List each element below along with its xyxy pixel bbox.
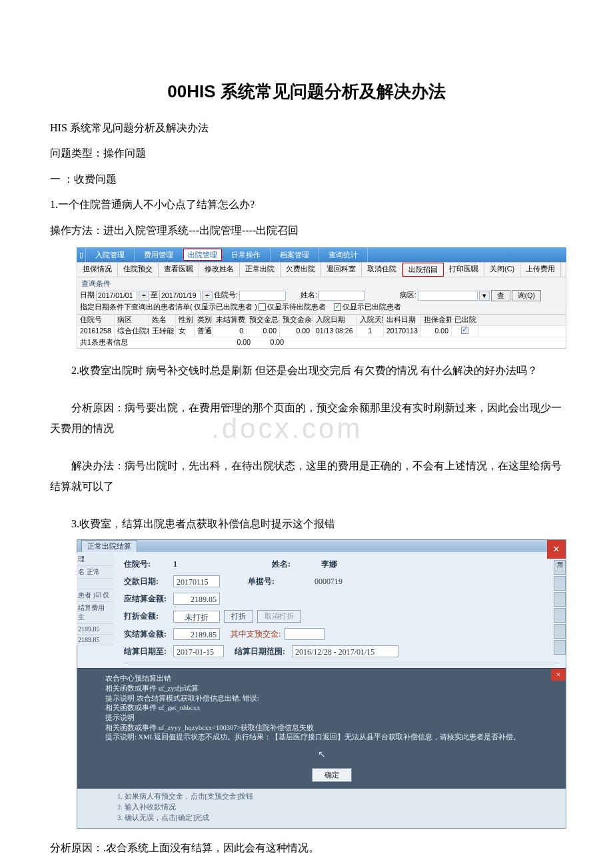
date-to[interactable]: 2017/01/19	[159, 291, 201, 301]
lbl-date: 日期	[80, 291, 95, 300]
lbl-sjs: 实结算金额:	[124, 629, 169, 640]
val-jsrq[interactable]: 2017-01-15	[173, 645, 224, 657]
btn-discount[interactable]: 打折	[224, 610, 253, 623]
btn-cha[interactable]: 查	[491, 290, 510, 301]
v-yjye: 0.00	[280, 326, 313, 337]
h-ryts: 入院天数	[357, 315, 384, 325]
filter-note: 指定日期条件下查询出的患者清单( 仅显示已出院患者 )	[80, 303, 257, 312]
ls-2: 患者 )☑ 仅	[77, 589, 113, 602]
v-ryts: 1	[357, 326, 384, 337]
dialog-title: 正常出院结算	[81, 540, 137, 552]
grid-head: 住院号 病区 姓名 性别 类别 未结算费用 预交金总额 预交金余额 入院日期 入…	[77, 315, 566, 326]
err-l5: 相关函数或事件 uf_zyyy_hqzybcxx<100307>获取住院补偿信息…	[105, 723, 558, 733]
val-sjs: 2189.85	[173, 628, 220, 640]
close-icon[interactable]: ×	[547, 540, 566, 559]
tab-fee[interactable]: 费用管理	[135, 247, 183, 262]
q2: 2.收费室出院时 病号补交钱时总是刷新 但还是会出现交完后 有欠费的情况 有什么…	[50, 361, 563, 381]
tab-archive[interactable]: 档案管理	[271, 247, 319, 262]
val-qzzf[interactable]	[285, 628, 324, 640]
h-xm: 姓名	[149, 315, 176, 325]
error-close-icon[interactable]: ×	[551, 669, 566, 681]
ls-gap	[77, 579, 113, 589]
lbl-zyh: 住院号:	[124, 559, 169, 570]
dropdown-icon[interactable]: ▾	[479, 291, 490, 301]
tab-discharge[interactable]: 出院管理	[183, 249, 222, 261]
rs-icon-5[interactable]	[554, 640, 566, 655]
btn-upload-fee[interactable]: 上传费用	[520, 263, 561, 277]
inp-zyh[interactable]	[239, 291, 286, 301]
ls-4: 2189.85	[77, 624, 113, 635]
btn-view-order[interactable]: 查看医嘱	[159, 263, 199, 277]
v-xm: 王转能	[149, 326, 176, 337]
grid-footer: 共1条患者信息 0.00 0.00	[77, 337, 566, 348]
filter-panel: 查询条件 日期 2017/01/01 ÷ 至 2017/01/19 ÷ 住院号:…	[77, 277, 566, 315]
h-zyh: 住院号	[77, 315, 115, 325]
val-yjs: 2189.85	[173, 593, 220, 605]
date-to-spin[interactable]: ÷	[202, 291, 213, 301]
btn-close[interactable]: 关闭(C)	[484, 263, 520, 277]
btn-recall-discharge[interactable]: 出院招回	[402, 263, 444, 277]
inp-xm[interactable]	[318, 291, 365, 301]
toolbar: 担保情况 住院预交 查看医嘱 修改姓名 正常出院 欠费出院 退回科室 取消住院 …	[77, 262, 566, 277]
h-yjze: 预交金总额	[247, 315, 280, 325]
sel-bq[interactable]	[418, 291, 478, 301]
btn-normal-discharge[interactable]: 正常出院	[240, 263, 281, 277]
settle-dialog: 正常出院结算 × 理 名 正常 患者 )☑ 仅 结算费用 主 2189.85 2…	[77, 539, 566, 829]
v-yjze: 0.00	[247, 326, 280, 337]
btn-debt-discharge[interactable]: 欠费出院	[281, 263, 321, 277]
btn-return-dept[interactable]: 退回科室	[321, 263, 362, 277]
h-ycy: 已出院	[452, 315, 478, 325]
cursor-icon: ↖	[318, 749, 326, 759]
a2b: 解决办法：病号出院时，先出科，在待出院状态，这里的费用是正确的，不会有上述情况，…	[50, 456, 563, 497]
ls-3: 结算费用 主	[77, 602, 113, 624]
chk-discharged[interactable]	[334, 303, 341, 311]
doc-title: 00HIS 系统常见问题分析及解决办法	[50, 80, 563, 103]
v-xb: 女	[176, 326, 195, 337]
top-tabs: ▯ 入院管理 费用管理 出院管理 日常操作 档案管理 查询统计	[77, 247, 566, 262]
lbl-bq: 病区:	[400, 291, 416, 300]
btn-ok[interactable]: 确定	[312, 768, 352, 782]
val-jkrq[interactable]: 20170115	[173, 575, 220, 587]
btn-prepay[interactable]: 住院预交	[118, 263, 159, 277]
chk-pending[interactable]	[259, 303, 266, 311]
a1: 操作方法：进出入院管理系统---出院管理----出院召回	[50, 221, 563, 241]
lbl-jsrq: 结算日期至:	[124, 646, 169, 657]
rs-btn[interactable]: 用	[554, 560, 566, 575]
dialog-header: 正常出院结算	[77, 540, 566, 552]
table-row[interactable]: 20161258 综合住院科 王转能 女 普通 0 0.00 0.00 01/1…	[77, 326, 566, 337]
v-ycy	[452, 326, 478, 337]
err-l4: 提示说明	[105, 713, 558, 723]
rs-icon-1[interactable]	[554, 576, 566, 591]
date-from[interactable]: 2017/01/01	[96, 291, 137, 301]
val-xm: 李娜	[321, 559, 337, 570]
a2a: 分析原因：病号要出院，在费用管理的那个页面的，预交金余额那里没有实时刷新过来，因…	[50, 398, 563, 439]
v-bq: 综合住院科	[115, 326, 149, 337]
h-xb: 性别	[176, 315, 195, 325]
date-from-spin[interactable]: ÷	[139, 291, 149, 301]
tab-daily[interactable]: 日常操作	[222, 247, 271, 262]
btn-cancel-discount[interactable]: 取消打折	[257, 610, 301, 623]
v-lb: 普通	[195, 326, 213, 337]
left-strip: 理 名 正常 患者 )☑ 仅 结算费用 主 2189.85 2189.85	[77, 553, 113, 645]
btn-guarantee[interactable]: 担保情况	[77, 263, 118, 277]
rs-icon-4[interactable]	[554, 624, 566, 639]
err-l1: 相关函数或事件 uf_zysfjs试算	[105, 684, 558, 694]
tab-admission[interactable]: 入院管理	[86, 247, 135, 262]
v-dbje: 0.00	[421, 326, 452, 337]
btn-print-order[interactable]: 打印医嘱	[444, 263, 484, 277]
tab-query[interactable]: 查询统计	[319, 247, 368, 262]
btn-cancel-adm[interactable]: 取消住院	[362, 263, 402, 277]
foot-v2: 0.00	[251, 338, 284, 347]
result-grid: 住院号 病区 姓名 性别 类别 未结算费用 预交金总额 预交金余额 入院日期 入…	[77, 315, 566, 349]
problem-type: 问题类型：操作问题	[50, 143, 563, 163]
v-wjs: 0	[213, 326, 247, 337]
btn-edit-name[interactable]: 修改姓名	[199, 263, 240, 277]
h-lb: 类别	[195, 315, 213, 325]
btn-query[interactable]: 询(Q)	[512, 290, 541, 301]
lbl-chk2: 仅显示已出院患者	[342, 303, 401, 312]
rs-icon-2[interactable]	[554, 592, 566, 607]
lbl-zyh: 住院号:	[214, 291, 238, 300]
rs-icon-3[interactable]	[554, 608, 566, 623]
q1: 1.一个住院普通病人不小心点了结算怎么办?	[50, 195, 563, 215]
v-ryrq: 01/13 08:26	[313, 326, 357, 337]
